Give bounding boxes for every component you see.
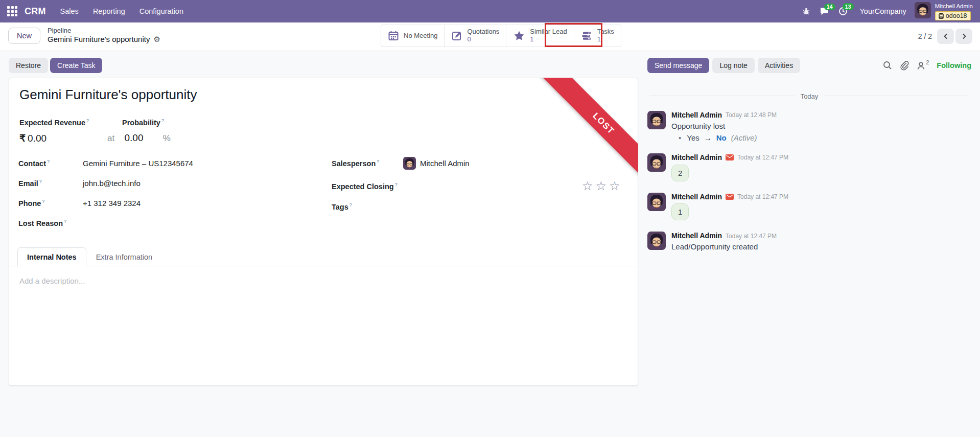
breadcrumb-pipeline[interactable]: Pipeline <box>48 27 160 35</box>
phone-field[interactable]: +1 312 349 2324 <box>74 199 264 208</box>
stat-count: 1 <box>530 36 567 43</box>
stat-count: 1 <box>597 36 614 43</box>
activities-clock-icon[interactable]: 13 <box>838 7 848 16</box>
message-avatar <box>647 153 666 181</box>
stat-count: 0 <box>467 36 499 43</box>
message-author[interactable]: Mitchell Admin <box>671 111 722 120</box>
message: Mitchell Admin Today at 12:47 PM 2 <box>647 153 971 181</box>
app-name[interactable]: CRM <box>25 6 46 17</box>
database-name: odoo18 <box>946 12 967 19</box>
chevron-right-icon <box>961 33 967 39</box>
message-avatar <box>647 193 666 221</box>
message-author[interactable]: Mitchell Admin <box>671 232 722 240</box>
message-author[interactable]: Mitchell Admin <box>671 153 722 162</box>
quotation-icon <box>451 30 462 41</box>
phone-label: Phone <box>18 199 41 208</box>
lost-reason-label: Lost Reason <box>18 219 63 227</box>
user-menu[interactable]: Mitchell Admin odoo18 <box>915 2 973 20</box>
notebook: Internal Notes Extra Information Add a d… <box>9 247 638 295</box>
create-task-button[interactable]: Create Task <box>50 58 102 73</box>
followers-count: 2 <box>926 59 929 65</box>
email-label: Email <box>18 179 38 188</box>
activities-button[interactable]: Activities <box>758 58 800 73</box>
contact-field[interactable]: Gemini Furniture – US12345674 <box>74 159 264 168</box>
salesperson-avatar <box>403 157 416 170</box>
currency-symbol: ₹ <box>19 133 26 144</box>
apps-grid-icon[interactable] <box>7 6 17 16</box>
stat-button-no-meeting[interactable]: No Meeting <box>381 25 445 47</box>
user-avatar <box>915 2 931 18</box>
company-switcher[interactable]: YourCompany <box>860 7 906 15</box>
debug-bug-icon[interactable] <box>802 7 810 15</box>
help-icon: ? <box>86 118 89 123</box>
restore-button[interactable]: Restore <box>9 58 48 73</box>
message-bubble: 1 <box>671 203 689 220</box>
contact-label: Contact <box>18 159 46 168</box>
tab-internal-notes[interactable]: Internal Notes <box>17 247 86 266</box>
pager-previous-button[interactable] <box>937 29 954 44</box>
probability-label: Probability <box>122 119 160 127</box>
menu-configuration[interactable]: Configuration <box>139 7 183 15</box>
followers-icon[interactable]: 2 <box>917 61 929 70</box>
date-divider: Today <box>647 91 971 100</box>
message: Mitchell Admin Today at 12:47 PM Lead/Op… <box>647 232 971 251</box>
breadcrumb: Pipeline Gemini Furniture's opportunity … <box>48 27 160 44</box>
form-sheet: LOST Gemini Furniture's opportunity Expe… <box>9 78 638 386</box>
expected-revenue-field[interactable]: ₹0.00 <box>19 132 46 144</box>
user-name: Mitchell Admin <box>935 3 973 10</box>
email-icon <box>726 154 734 160</box>
message-time: Today at 12:48 PM <box>726 111 777 119</box>
pager: 2 / 2 <box>918 29 972 44</box>
opportunity-title[interactable]: Gemini Furniture's opportunity <box>19 87 197 103</box>
tasks-icon <box>581 30 593 41</box>
pager-value: 2 / 2 <box>918 32 932 40</box>
star-icon <box>513 30 525 42</box>
control-panel: New Pipeline Gemini Furniture's opportun… <box>0 22 980 51</box>
stat-button-similar-lead[interactable]: Similar Lead 1 <box>506 25 574 47</box>
email-icon <box>726 194 734 200</box>
pager-next-button[interactable] <box>955 29 972 44</box>
message-body: Opportunity lost <box>671 122 971 130</box>
attachment-icon[interactable] <box>900 61 909 71</box>
activities-count-badge: 13 <box>843 3 854 10</box>
message-time: Today at 12:47 PM <box>737 154 788 161</box>
chatter: Send message Log note Activities 2 Follo… <box>647 58 971 251</box>
message: Mitchell Admin Today at 12:48 PM Opportu… <box>647 111 971 142</box>
new-button[interactable]: New <box>8 28 40 44</box>
message-author[interactable]: Mitchell Admin <box>671 193 722 201</box>
top-navbar: CRM Sales Reporting Configuration 14 13 … <box>0 0 980 22</box>
calendar-icon <box>388 30 399 41</box>
following-toggle[interactable]: Following <box>937 61 971 70</box>
priority-stars[interactable]: ☆☆☆ <box>582 180 623 192</box>
probability-field[interactable]: at 0.00 % <box>107 132 171 144</box>
stat-button-tasks[interactable]: Tasks 1 <box>574 25 621 47</box>
arrow-right-icon: → <box>704 133 712 142</box>
messages-icon[interactable]: 14 <box>820 7 829 16</box>
help-icon: ? <box>161 118 164 123</box>
tab-extra-information[interactable]: Extra Information <box>86 247 162 266</box>
salesperson-field[interactable]: Mitchell Admin <box>403 157 623 170</box>
stat-button-quotations[interactable]: Quotations 0 <box>445 25 506 47</box>
log-note-button[interactable]: Log note <box>712 58 755 73</box>
stat-label: Quotations <box>467 28 499 36</box>
message-body: Lead/Opportunity created <box>671 242 971 251</box>
tags-label: Tags <box>332 203 348 211</box>
search-messages-icon[interactable] <box>883 61 892 70</box>
messages-count-badge: 14 <box>824 4 835 11</box>
message-avatar <box>647 232 666 251</box>
expected-closing-label: Expected Closing <box>332 182 394 191</box>
message-bubble: 2 <box>671 165 689 181</box>
description-input[interactable]: Add a description... <box>19 277 627 285</box>
send-message-button[interactable]: Send message <box>647 58 709 73</box>
salesperson-label: Salesperson <box>332 159 376 168</box>
menu-sales[interactable]: Sales <box>60 7 79 15</box>
menu-reporting[interactable]: Reporting <box>93 7 125 15</box>
gear-icon[interactable]: ⚙ <box>153 35 160 44</box>
stat-button-group: No Meeting Quotations 0 Similar Lead 1 T… <box>381 25 621 47</box>
database-icon <box>939 13 944 19</box>
breadcrumb-current: Gemini Furniture's opportunity <box>48 35 150 44</box>
message-time: Today at 12:47 PM <box>726 233 777 240</box>
email-field[interactable]: john.b@tech.info <box>74 179 264 188</box>
chevron-left-icon <box>943 33 949 39</box>
expected-revenue-label: Expected Revenue <box>19 119 85 127</box>
